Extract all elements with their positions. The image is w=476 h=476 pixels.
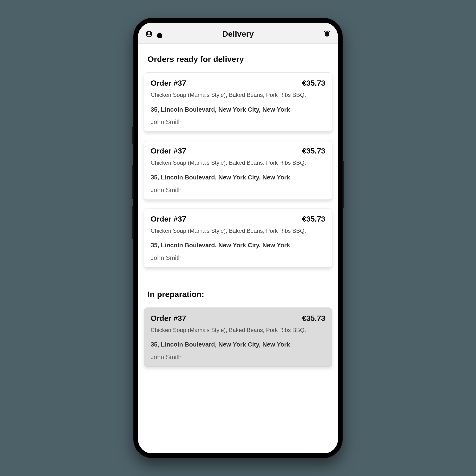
section-title-ready: Orders ready for delivery <box>138 44 338 72</box>
order-customer: John Smith <box>151 254 325 262</box>
account-icon[interactable] <box>145 30 153 38</box>
order-card[interactable]: Order #37 €35.73 Chicken Soup (Mama's St… <box>144 208 332 268</box>
app-header: Delivery <box>138 23 338 44</box>
page-title: Delivery <box>222 29 254 38</box>
order-address: 35, Lincoln Boulevard, New York City, Ne… <box>151 241 325 250</box>
order-items: Chicken Soup (Mama's Style), Baked Beans… <box>151 91 325 99</box>
order-card-preparation[interactable]: Order #37 €35.73 Chicken Soup (Mama's St… <box>144 307 332 367</box>
order-id: Order #37 <box>151 314 186 323</box>
order-card[interactable]: Order #37 €35.73 Chicken Soup (Mama's St… <box>144 140 332 200</box>
order-price: €35.73 <box>302 215 325 223</box>
order-address: 35, Lincoln Boulevard, New York City, Ne… <box>151 173 325 182</box>
phone-side-button <box>132 127 133 144</box>
phone-volume-down <box>132 206 133 239</box>
phone-camera-dot <box>157 33 162 38</box>
phone-frame: Delivery Orders ready for delivery Order… <box>133 18 343 458</box>
order-customer: John Smith <box>151 118 325 126</box>
notifications-icon[interactable] <box>323 30 331 38</box>
order-price: €35.73 <box>302 147 325 155</box>
phone-screen: Delivery Orders ready for delivery Order… <box>138 23 338 453</box>
order-id: Order #37 <box>151 147 186 155</box>
phone-power-button <box>343 161 344 208</box>
order-price: €35.73 <box>302 314 325 323</box>
order-customer: John Smith <box>151 354 325 361</box>
phone-volume-up <box>132 165 133 199</box>
scroll-content[interactable]: Orders ready for delivery Order #37 €35.… <box>138 44 338 453</box>
order-customer: John Smith <box>151 186 325 194</box>
order-address: 35, Lincoln Boulevard, New York City, Ne… <box>151 340 325 349</box>
order-id: Order #37 <box>151 215 186 223</box>
order-price: €35.73 <box>302 79 325 87</box>
order-address: 35, Lincoln Boulevard, New York City, Ne… <box>151 105 325 114</box>
section-title-preparation: In preparation: <box>138 276 338 307</box>
order-items: Chicken Soup (Mama's Style), Baked Beans… <box>151 159 325 167</box>
order-items: Chicken Soup (Mama's Style), Baked Beans… <box>151 326 325 334</box>
order-items: Chicken Soup (Mama's Style), Baked Beans… <box>151 227 325 235</box>
order-card[interactable]: Order #37 €35.73 Chicken Soup (Mama's St… <box>144 72 332 132</box>
order-id: Order #37 <box>151 79 186 87</box>
